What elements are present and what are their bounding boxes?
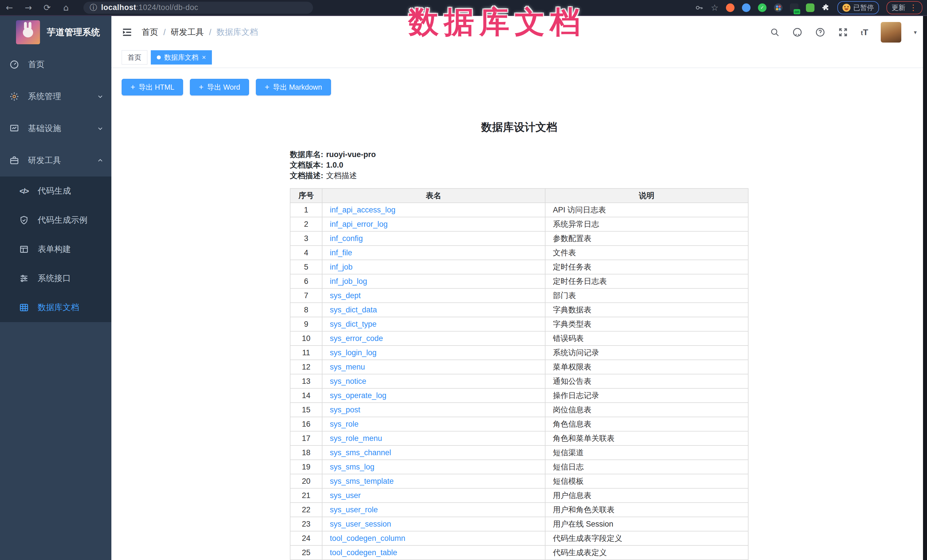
table-name-link[interactable]: sys_role <box>330 420 359 428</box>
extension-icon-leaf[interactable] <box>806 3 815 12</box>
table-row: 20sys_sms_template短信模板 <box>290 474 748 488</box>
forward-icon[interactable]: → <box>19 3 38 12</box>
table-name-link[interactable]: sys_dict_type <box>330 320 377 328</box>
row-table-name: sys_dict_type <box>322 317 545 331</box>
sidebar-item-system[interactable]: 系统管理 <box>0 80 111 112</box>
row-description: 用户和角色关联表 <box>545 502 748 517</box>
table-name-link[interactable]: sys_user_role <box>330 505 378 514</box>
sliders-icon <box>19 273 29 284</box>
tag-db-doc[interactable]: 数据库文档 × <box>151 50 212 65</box>
sidebar-item-db-doc[interactable]: 数据库文档 <box>0 293 111 322</box>
table-name-link[interactable]: sys_post <box>330 405 360 414</box>
row-table-name: sys_user_role <box>322 502 545 517</box>
key-icon[interactable] <box>695 3 704 12</box>
table-name-link[interactable]: sys_dept <box>330 291 361 300</box>
row-table-name: tool_codegen_column <box>322 531 545 545</box>
page-content: + 导出 HTML + 导出 Word + 导出 Markdown 数据库设计文… <box>111 68 927 560</box>
address-bar[interactable]: ⓘ localhost:1024/tool/db-doc <box>84 2 313 14</box>
table-name-link[interactable]: sys_error_code <box>330 334 383 343</box>
sidebar-item-codegen-example[interactable]: 代码生成示例 <box>0 206 111 235</box>
table-name-link[interactable]: sys_sms_template <box>330 477 394 486</box>
table-row: 11sys_login_log系统访问记录 <box>290 346 748 360</box>
chevron-up-icon <box>97 157 103 164</box>
table-row: 21sys_user用户信息表 <box>290 488 748 502</box>
tag-home[interactable]: 首页 <box>122 50 147 65</box>
row-description: 文件表 <box>545 246 748 260</box>
extension-icon-orange[interactable] <box>726 3 734 12</box>
sidebar-item-form-builder[interactable]: 表单构建 <box>0 235 111 264</box>
sidebar-item-home[interactable]: 首页 <box>0 49 111 80</box>
table-name-link[interactable]: sys_menu <box>330 363 365 371</box>
table-name-link[interactable]: sys_role_menu <box>330 434 382 443</box>
table-name-link[interactable]: sys_operate_log <box>330 391 386 400</box>
table-name-link[interactable]: inf_job_log <box>330 277 367 285</box>
fullscreen-icon[interactable] <box>838 27 848 37</box>
info-doc-version: 文档版本:1.0.0 <box>290 160 749 170</box>
infrastructure-icon <box>9 123 20 134</box>
font-size-icon[interactable]: tT <box>861 27 868 37</box>
export-word-button[interactable]: + 导出 Word <box>190 79 249 96</box>
row-description: 菜单权限表 <box>545 360 748 374</box>
extension-icon-blue[interactable] <box>742 3 751 12</box>
update-button[interactable]: 更新 ⋮ <box>886 1 922 14</box>
tag-close-icon[interactable]: × <box>202 54 206 61</box>
row-description: 用户在线 Session <box>545 517 748 531</box>
table-name-link[interactable]: sys_sms_log <box>330 463 374 471</box>
row-index: 8 <box>290 303 322 317</box>
paused-badge[interactable]: 已暂停 <box>837 1 879 14</box>
row-description: 错误码表 <box>545 331 748 346</box>
table-name-link[interactable]: sys_dict_data <box>330 305 377 314</box>
table-name-link[interactable]: inf_file <box>330 249 352 257</box>
table-row: 24tool_codegen_column代码生成表字段定义 <box>290 531 748 545</box>
table-name-link[interactable]: sys_sms_channel <box>330 448 391 457</box>
export-html-button[interactable]: + 导出 HTML <box>122 79 183 96</box>
top-navbar: 首页 / 研发工具 / 数据库文档 tT ▾ <box>111 16 927 49</box>
row-table-name: sys_sms_log <box>322 460 545 474</box>
row-table-name: sys_notice <box>322 374 545 389</box>
menu-dots-icon[interactable]: ⋮ <box>909 4 917 12</box>
row-index: 20 <box>290 474 322 488</box>
sidebar-item-infrastructure[interactable]: 基础设施 <box>0 112 111 144</box>
table-name-link[interactable]: sys_user <box>330 491 361 500</box>
table-name-link[interactable]: sys_notice <box>330 377 366 385</box>
table-name-link[interactable]: inf_api_error_log <box>330 220 388 228</box>
reload-icon[interactable]: ⟳ <box>38 3 56 12</box>
extension-icon-green-check[interactable]: ✓ <box>758 3 766 12</box>
sidebar-item-codegen[interactable]: </> 代码生成 <box>0 176 111 206</box>
home-icon[interactable]: ⌂ <box>56 3 75 12</box>
bookmark-star-icon[interactable]: ☆ <box>711 3 719 12</box>
app-logo-row[interactable]: 芋道管理系统 <box>0 16 111 49</box>
breadcrumb-home[interactable]: 首页 <box>142 27 158 38</box>
sidebar-item-devtools[interactable]: 研发工具 <box>0 144 111 176</box>
table-name-link[interactable]: inf_api_access_log <box>330 206 395 214</box>
help-icon[interactable] <box>815 27 825 37</box>
export-markdown-button[interactable]: + 导出 Markdown <box>256 79 331 96</box>
row-table-name: sys_user <box>322 488 545 502</box>
breadcrumb-devtools[interactable]: 研发工具 <box>171 27 204 38</box>
avatar-dropdown-caret-icon[interactable]: ▾ <box>914 29 917 36</box>
extension-icon-grid[interactable] <box>774 3 783 12</box>
table-name-link[interactable]: tool_codegen_table <box>330 548 397 557</box>
table-name-link[interactable]: inf_config <box>330 234 363 243</box>
avatar[interactable] <box>881 22 901 42</box>
row-index: 2 <box>290 217 322 231</box>
table-name-link[interactable]: tool_codegen_column <box>330 534 405 543</box>
puzzle-extensions-icon[interactable] <box>822 4 830 12</box>
table-name-link[interactable]: sys_user_session <box>330 520 391 528</box>
sidebar: 芋道管理系统 首页 系统管理 基础设施 研发工具 <box>0 16 111 560</box>
table-name-link[interactable]: inf_job <box>330 263 353 271</box>
row-index: 9 <box>290 317 322 331</box>
table-row: 12sys_menu菜单权限表 <box>290 360 748 374</box>
sidebar-collapse-icon[interactable] <box>122 27 132 38</box>
table-row: 2inf_api_error_log系统异常日志 <box>290 217 748 231</box>
plus-icon: + <box>131 83 135 91</box>
site-info-icon[interactable]: ⓘ <box>90 3 97 12</box>
tools-icon <box>9 155 20 165</box>
sidebar-item-api[interactable]: 系统接口 <box>0 264 111 293</box>
github-icon[interactable] <box>792 27 802 37</box>
window-scrollbar[interactable] <box>923 16 927 560</box>
table-name-link[interactable]: sys_login_log <box>330 348 377 357</box>
search-icon[interactable] <box>770 27 780 37</box>
extension-icon-on[interactable]: on <box>790 3 798 12</box>
back-icon[interactable]: ← <box>0 3 19 12</box>
